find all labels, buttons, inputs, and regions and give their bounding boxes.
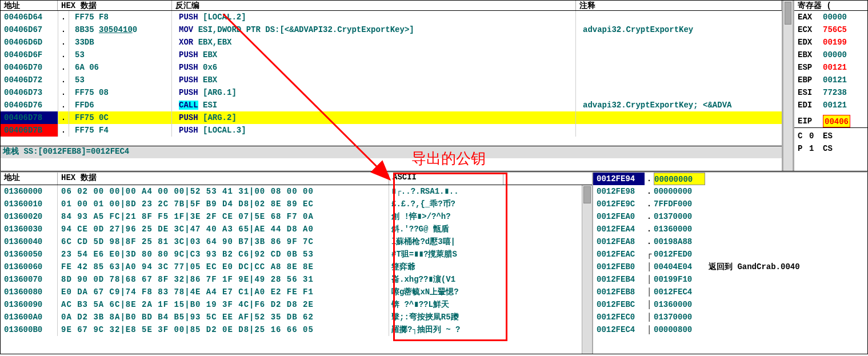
register-row[interactable]: EDX00199 bbox=[794, 36, 867, 49]
hex-col-bytes[interactable]: HEX 数据 bbox=[58, 173, 389, 185]
registers-header: 寄存器 ( bbox=[794, 1, 867, 11]
register-row[interactable]: ECX756C5 bbox=[794, 23, 867, 36]
comment-cell bbox=[576, 86, 782, 99]
disasm-row[interactable]: 00406D78.FF75 0CPUSH [ARG.2] bbox=[1, 111, 782, 124]
stack-row[interactable]: 0012FEB8│0012FEC4 bbox=[593, 286, 867, 298]
col-disasm[interactable]: 反汇编 bbox=[172, 1, 576, 10]
comment-cell bbox=[576, 74, 782, 86]
comment-cell: advapi32.CryptExportKey; <&ADVA bbox=[576, 99, 782, 111]
disasm-header: 地址 HEX 数据 反汇编 注释 bbox=[1, 1, 782, 11]
stack-row[interactable]: 0012FEBC│01360000 bbox=[593, 298, 867, 311]
stack-row[interactable]: 0012FEAC┌0012FED0 bbox=[593, 248, 867, 261]
hex-cell: 53 bbox=[69, 74, 172, 86]
hex-row[interactable]: 013600A00A D2 3B 8A|B0 BD B4 B5|93 5C EE… bbox=[1, 311, 592, 323]
hex-col-ascii[interactable]: ASCII bbox=[389, 173, 503, 185]
asm-cell: MOV ESI,DWORD PTR DS:[<&ADVAPI32.CryptEx… bbox=[172, 23, 576, 36]
stack-row[interactable]: 0012FEC0│01370000 bbox=[593, 311, 867, 323]
hex-row[interactable]: 0136001001 00 01 00|8D 23 2C 7B|5F B9 D4… bbox=[1, 198, 592, 210]
disasm-row[interactable]: 00406D70.6A 06PUSH 0x6 bbox=[1, 61, 782, 74]
col-address[interactable]: 地址 bbox=[1, 1, 58, 10]
disasm-rows[interactable]: 00406D64.FF75 F8PUSH [LOCAL.2]00406D67.8… bbox=[1, 11, 782, 146]
hex-dump-panel[interactable]: 地址 HEX 数据 ASCII 0136000006 02 00 00|00 A… bbox=[1, 173, 593, 354]
register-row[interactable]: EAX00000 bbox=[794, 11, 867, 23]
stack-row[interactable]: 0012FEB0│00404E04返回到 GandCrab.0040 bbox=[593, 261, 867, 273]
flag-row[interactable]: P1CS bbox=[794, 142, 867, 155]
col-comment[interactable]: 注释 bbox=[576, 1, 782, 10]
comment-cell bbox=[576, 124, 782, 137]
register-row[interactable]: EBX00000 bbox=[794, 49, 867, 61]
register-eip[interactable]: EIP 00406 bbox=[794, 115, 867, 127]
stack-row[interactable]: 0012FE94.00000000 bbox=[593, 173, 867, 185]
disasm-row[interactable]: 00406D6D.33DBXOR EBX,EBX bbox=[1, 36, 782, 49]
disasm-row[interactable]: 00406D7B.FF75 F4PUSH [LOCAL.3] bbox=[1, 124, 782, 137]
stack-row[interactable]: 0012FEB4│00199F10 bbox=[593, 273, 867, 286]
addr-cell: 00406D70 bbox=[1, 61, 58, 74]
asm-cell: PUSH EBX bbox=[172, 74, 576, 86]
hex-cell: 6A 06 bbox=[69, 61, 172, 74]
comment-cell bbox=[576, 61, 782, 74]
hex-row[interactable]: 01360090AC B3 5A 6C|8E 2A 1F 15|B0 19 3F… bbox=[1, 298, 592, 311]
hex-row[interactable]: 0136002084 93 A5 FC|21 8F F5 1F|3E 2F CE… bbox=[1, 210, 592, 223]
annotation-label: 导出的公钥 bbox=[411, 149, 486, 169]
hex-col-addr[interactable]: 地址 bbox=[1, 173, 58, 185]
disasm-row[interactable]: 00406D67.8B35 30504100MOV ESI,DWORD PTR … bbox=[1, 23, 782, 36]
hex-cell: FF75 08 bbox=[69, 86, 172, 99]
hex-row[interactable]: 013600406C CD 5D 98|8F 25 81 3C|03 64 90… bbox=[1, 235, 592, 248]
hex-cell: FF75 F4 bbox=[69, 124, 172, 137]
asm-cell: PUSH 0x6 bbox=[172, 61, 576, 74]
hex-cell: 53 bbox=[69, 49, 172, 61]
disasm-row[interactable]: 00406D73.FF75 08PUSH [ARG.1] bbox=[1, 86, 782, 99]
addr-cell: 00406D73 bbox=[1, 86, 58, 99]
addr-cell: 00406D7B bbox=[1, 124, 58, 137]
hex-row[interactable]: 0136005023 54 E6 E0|3D 80 80 9C|C3 93 B2… bbox=[1, 248, 592, 261]
hex-row[interactable]: 01360080E0 DA 67 C9|74 F8 83 78|4E A4 E7… bbox=[1, 286, 592, 298]
asm-cell: PUSH [LOCAL.3] bbox=[172, 124, 576, 137]
stack-row[interactable]: 0012FEA0.01370000 bbox=[593, 210, 867, 223]
hex-row[interactable]: 013600708D 90 0D 78|68 67 8F 32|86 7F 1F… bbox=[1, 273, 592, 286]
comment-cell: advapi32.CryptExportKey bbox=[576, 23, 782, 36]
disasm-row[interactable]: 00406D6F.53PUSH EBX bbox=[1, 49, 782, 61]
asm-cell: PUSH [LOCAL.2] bbox=[172, 11, 576, 23]
stack-row[interactable]: 0012FEA4.01360000 bbox=[593, 223, 867, 235]
disasm-row[interactable]: 00406D76.FFD6CALL ESIadvapi32.CryptExpor… bbox=[1, 99, 782, 111]
stack-row[interactable]: 0012FE98.00000000 bbox=[593, 185, 867, 198]
addr-cell: 00406D6D bbox=[1, 36, 58, 49]
addr-cell: 00406D78 bbox=[1, 111, 58, 124]
comment-cell bbox=[576, 49, 782, 61]
hex-scrollbar[interactable] bbox=[582, 185, 592, 354]
addr-cell: 00406D72 bbox=[1, 74, 58, 86]
hex-cell: 33DB bbox=[69, 36, 172, 49]
stack-info-bar: 堆栈 SS:[0012FEB8]=0012FEC4 bbox=[1, 146, 782, 158]
disasm-row[interactable]: 00406D64.FF75 F8PUSH [LOCAL.2] bbox=[1, 11, 782, 23]
register-row[interactable]: EDI00121 bbox=[794, 99, 867, 111]
register-row[interactable]: ESP00121 bbox=[794, 61, 867, 74]
registers-panel[interactable]: 寄存器 ( EAX00000ECX756C5EDX00199EBX00000ES… bbox=[793, 1, 867, 171]
disasm-scrollbar[interactable] bbox=[783, 1, 793, 171]
asm-cell: PUSH [ARG.2] bbox=[172, 111, 576, 124]
stack-row[interactable]: 0012FE9C.7FFDF000 bbox=[593, 198, 867, 210]
hex-cell: FF75 0C bbox=[69, 111, 172, 124]
addr-cell: 00406D64 bbox=[1, 11, 58, 23]
stack-dump-panel[interactable]: 0012FE94.000000000012FE98.000000000012FE… bbox=[593, 173, 867, 354]
hex-row[interactable]: 0136003094 CE 0D 27|96 25 DE 3C|47 40 A3… bbox=[1, 223, 592, 235]
hex-row[interactable]: 0136000006 02 00 00|00 A4 00 00|52 53 41… bbox=[1, 185, 592, 198]
comment-cell bbox=[576, 36, 782, 49]
stack-row[interactable]: 0012FEC4│00000800 bbox=[593, 323, 867, 336]
disassembly-panel[interactable]: 地址 HEX 数据 反汇编 注释 00406D64.FF75 F8PUSH [L… bbox=[1, 1, 783, 171]
col-hex[interactable]: HEX 数据 bbox=[58, 1, 172, 10]
hex-row[interactable]: 013600B09E 67 9C 32|E8 5E 3F 00|85 D2 0E… bbox=[1, 323, 592, 336]
hex-row[interactable]: 01360060FE 42 85 63|A0 94 3C 77|05 EC E0… bbox=[1, 261, 592, 273]
disasm-row[interactable]: 00406D72.53PUSH EBX bbox=[1, 74, 782, 86]
hex-cell: 8B35 30504100 bbox=[69, 23, 172, 36]
asm-cell: PUSH EBX bbox=[172, 49, 576, 61]
hex-cell: FFD6 bbox=[69, 99, 172, 111]
register-row[interactable]: EBP00121 bbox=[794, 74, 867, 86]
asm-cell: CALL ESI bbox=[172, 99, 576, 111]
stack-row[interactable]: 0012FEA8.00198A88 bbox=[593, 235, 867, 248]
comment-cell bbox=[576, 111, 782, 124]
flag-row[interactable]: C0ES bbox=[794, 130, 867, 142]
addr-cell: 00406D76 bbox=[1, 99, 58, 111]
hex-header: 地址 HEX 数据 ASCII bbox=[1, 173, 592, 185]
register-row[interactable]: ESI77238 bbox=[794, 86, 867, 99]
addr-cell: 00406D67 bbox=[1, 23, 58, 36]
